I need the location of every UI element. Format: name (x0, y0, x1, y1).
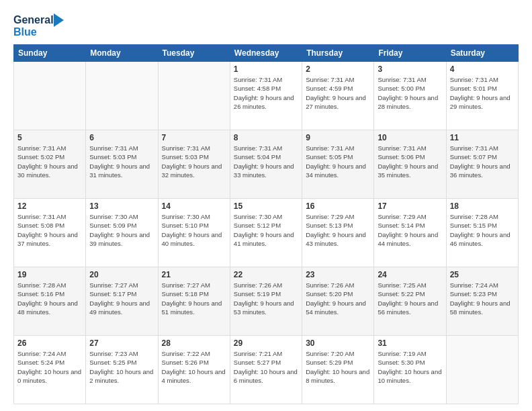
weekday-header-monday: Monday (86, 45, 158, 62)
day-info: Sunrise: 7:31 AM Sunset: 5:06 PM Dayligh… (378, 144, 442, 179)
day-cell: 29Sunrise: 7:21 AM Sunset: 5:27 PM Dayli… (230, 336, 302, 404)
day-number: 24 (378, 270, 442, 279)
day-cell: 17Sunrise: 7:29 AM Sunset: 5:14 PM Dayli… (374, 199, 446, 267)
day-info: Sunrise: 7:30 AM Sunset: 5:09 PM Dayligh… (89, 212, 154, 248)
day-number: 25 (450, 270, 515, 279)
day-info: Sunrise: 7:30 AM Sunset: 5:12 PM Dayligh… (234, 212, 298, 248)
day-number: 30 (306, 338, 370, 348)
weekday-header-tuesday: Tuesday (158, 45, 230, 62)
day-cell: 21Sunrise: 7:27 AM Sunset: 5:18 PM Dayli… (158, 267, 230, 336)
day-info: Sunrise: 7:31 AM Sunset: 5:08 PM Dayligh… (17, 212, 82, 248)
day-number: 17 (378, 201, 442, 211)
day-cell: 7Sunrise: 7:31 AM Sunset: 5:03 PM Daylig… (158, 130, 230, 199)
day-cell: 23Sunrise: 7:26 AM Sunset: 5:20 PM Dayli… (302, 267, 374, 336)
logo-icon: GeneralBlue (13, 12, 67, 39)
header: GeneralBlue (13, 12, 519, 39)
logo: GeneralBlue (13, 12, 69, 39)
day-info: Sunrise: 7:31 AM Sunset: 5:04 PM Dayligh… (234, 144, 298, 179)
day-info: Sunrise: 7:31 AM Sunset: 5:07 PM Dayligh… (450, 144, 515, 179)
day-cell (14, 62, 86, 130)
day-number: 12 (17, 201, 82, 211)
weekday-header-thursday: Thursday (302, 45, 374, 62)
day-cell: 31Sunrise: 7:19 AM Sunset: 5:30 PM Dayli… (374, 336, 446, 404)
week-row-2: 12Sunrise: 7:31 AM Sunset: 5:08 PM Dayli… (14, 199, 519, 267)
day-number: 22 (234, 270, 298, 279)
day-info: Sunrise: 7:31 AM Sunset: 5:01 PM Dayligh… (450, 75, 515, 111)
day-info: Sunrise: 7:24 AM Sunset: 5:23 PM Dayligh… (450, 281, 515, 316)
day-info: Sunrise: 7:31 AM Sunset: 4:59 PM Dayligh… (306, 75, 370, 111)
day-cell: 16Sunrise: 7:29 AM Sunset: 5:13 PM Dayli… (302, 199, 374, 267)
day-info: Sunrise: 7:20 AM Sunset: 5:29 PM Dayligh… (306, 349, 370, 385)
day-number: 26 (17, 338, 82, 348)
svg-marker-2 (54, 13, 64, 27)
calendar-table: SundayMondayTuesdayWednesdayThursdayFrid… (13, 44, 519, 404)
day-cell: 2Sunrise: 7:31 AM Sunset: 4:59 PM Daylig… (302, 62, 374, 130)
day-cell: 10Sunrise: 7:31 AM Sunset: 5:06 PM Dayli… (374, 130, 446, 199)
day-info: Sunrise: 7:28 AM Sunset: 5:16 PM Dayligh… (17, 281, 82, 316)
day-number: 20 (89, 270, 154, 279)
day-number: 5 (17, 133, 82, 142)
day-number: 6 (89, 133, 154, 142)
day-number: 3 (378, 64, 442, 74)
week-row-4: 26Sunrise: 7:24 AM Sunset: 5:24 PM Dayli… (14, 336, 519, 404)
week-row-0: 1Sunrise: 7:31 AM Sunset: 4:58 PM Daylig… (14, 62, 519, 130)
day-number: 9 (306, 133, 370, 142)
day-info: Sunrise: 7:31 AM Sunset: 5:02 PM Dayligh… (17, 144, 82, 179)
day-info: Sunrise: 7:21 AM Sunset: 5:27 PM Dayligh… (234, 349, 298, 385)
day-cell: 9Sunrise: 7:31 AM Sunset: 5:05 PM Daylig… (302, 130, 374, 199)
day-number: 21 (162, 270, 226, 279)
weekday-header-saturday: Saturday (446, 45, 518, 62)
day-number: 27 (89, 338, 154, 348)
day-cell: 22Sunrise: 7:26 AM Sunset: 5:19 PM Dayli… (230, 267, 302, 336)
day-cell (446, 336, 518, 404)
day-number: 23 (306, 270, 370, 279)
day-cell: 18Sunrise: 7:28 AM Sunset: 5:15 PM Dayli… (446, 199, 518, 267)
day-cell: 13Sunrise: 7:30 AM Sunset: 5:09 PM Dayli… (86, 199, 158, 267)
day-number: 15 (234, 201, 298, 211)
day-info: Sunrise: 7:31 AM Sunset: 5:03 PM Dayligh… (162, 144, 226, 179)
day-number: 18 (450, 201, 515, 211)
day-cell: 4Sunrise: 7:31 AM Sunset: 5:01 PM Daylig… (446, 62, 518, 130)
day-cell: 25Sunrise: 7:24 AM Sunset: 5:23 PM Dayli… (446, 267, 518, 336)
svg-text:Blue: Blue (13, 26, 37, 38)
day-cell: 11Sunrise: 7:31 AM Sunset: 5:07 PM Dayli… (446, 130, 518, 199)
day-cell: 30Sunrise: 7:20 AM Sunset: 5:29 PM Dayli… (302, 336, 374, 404)
day-info: Sunrise: 7:29 AM Sunset: 5:13 PM Dayligh… (306, 212, 370, 248)
day-number: 31 (378, 338, 442, 348)
day-number: 19 (17, 270, 82, 279)
day-info: Sunrise: 7:31 AM Sunset: 5:00 PM Dayligh… (378, 75, 442, 111)
day-info: Sunrise: 7:26 AM Sunset: 5:20 PM Dayligh… (306, 281, 370, 316)
day-info: Sunrise: 7:30 AM Sunset: 5:10 PM Dayligh… (162, 212, 226, 248)
day-info: Sunrise: 7:27 AM Sunset: 5:18 PM Dayligh… (162, 281, 226, 316)
day-info: Sunrise: 7:28 AM Sunset: 5:15 PM Dayligh… (450, 212, 515, 248)
day-number: 8 (234, 133, 298, 142)
weekday-header-friday: Friday (374, 45, 446, 62)
calendar-page: GeneralBlue SundayMondayTuesdayWednesday… (0, 0, 532, 411)
day-info: Sunrise: 7:23 AM Sunset: 5:25 PM Dayligh… (89, 349, 154, 385)
weekday-header-wednesday: Wednesday (230, 45, 302, 62)
day-info: Sunrise: 7:31 AM Sunset: 5:05 PM Dayligh… (306, 144, 370, 179)
day-info: Sunrise: 7:19 AM Sunset: 5:30 PM Dayligh… (378, 349, 442, 385)
day-number: 28 (162, 338, 226, 348)
day-cell: 19Sunrise: 7:28 AM Sunset: 5:16 PM Dayli… (14, 267, 86, 336)
day-number: 4 (450, 64, 515, 74)
day-number: 1 (234, 64, 298, 74)
svg-text:General: General (13, 14, 54, 26)
day-number: 13 (89, 201, 154, 211)
day-cell: 3Sunrise: 7:31 AM Sunset: 5:00 PM Daylig… (374, 62, 446, 130)
day-cell: 8Sunrise: 7:31 AM Sunset: 5:04 PM Daylig… (230, 130, 302, 199)
day-number: 7 (162, 133, 226, 142)
day-info: Sunrise: 7:31 AM Sunset: 5:03 PM Dayligh… (89, 144, 154, 179)
day-info: Sunrise: 7:24 AM Sunset: 5:24 PM Dayligh… (17, 349, 82, 385)
week-row-3: 19Sunrise: 7:28 AM Sunset: 5:16 PM Dayli… (14, 267, 519, 336)
day-info: Sunrise: 7:25 AM Sunset: 5:22 PM Dayligh… (378, 281, 442, 316)
day-cell: 5Sunrise: 7:31 AM Sunset: 5:02 PM Daylig… (14, 130, 86, 199)
day-cell: 27Sunrise: 7:23 AM Sunset: 5:25 PM Dayli… (86, 336, 158, 404)
day-info: Sunrise: 7:31 AM Sunset: 4:58 PM Dayligh… (234, 75, 298, 111)
day-info: Sunrise: 7:26 AM Sunset: 5:19 PM Dayligh… (234, 281, 298, 316)
day-info: Sunrise: 7:22 AM Sunset: 5:26 PM Dayligh… (162, 349, 226, 385)
day-cell: 12Sunrise: 7:31 AM Sunset: 5:08 PM Dayli… (14, 199, 86, 267)
day-cell (86, 62, 158, 130)
day-number: 14 (162, 201, 226, 211)
day-number: 29 (234, 338, 298, 348)
